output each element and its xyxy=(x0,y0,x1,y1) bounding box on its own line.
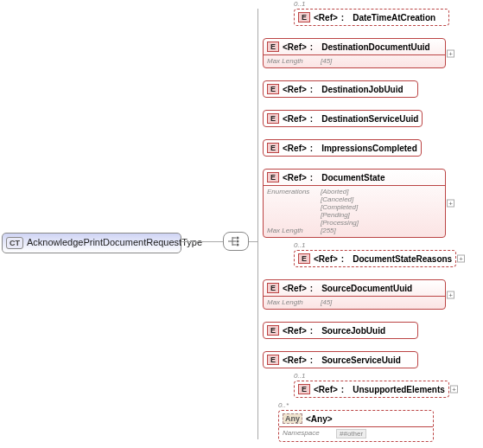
meta-value: [Processing] xyxy=(321,219,359,227)
occurrence-label xyxy=(263,72,456,80)
expand-icon[interactable]: + xyxy=(457,255,465,263)
schema-element: 0..*Any<Any>Namespace##other xyxy=(263,401,456,442)
connector-vertical xyxy=(257,9,258,439)
colon: : xyxy=(310,326,313,336)
element-box: E<Ref>:DocumentStateEnumerations[Aborted… xyxy=(263,169,446,238)
meta-row: [Processing] xyxy=(267,219,442,227)
meta-row: Namespace##other xyxy=(283,429,429,438)
element-name: UnsupportedElements xyxy=(353,385,445,394)
element-header: E<Ref>:DocumentStateReasons xyxy=(298,253,452,264)
occurrence-label xyxy=(263,101,456,110)
svg-point-4 xyxy=(237,244,239,246)
occurrence-label xyxy=(263,313,456,322)
expand-icon[interactable]: + xyxy=(450,386,458,394)
meta-label xyxy=(267,219,315,227)
expand-icon[interactable]: + xyxy=(447,49,454,57)
meta-value: [45] xyxy=(321,298,332,306)
meta-label: Max Length xyxy=(267,298,315,306)
schema-element: E<Ref>:SourceJobUuid xyxy=(263,313,456,339)
meta-label: Max Length xyxy=(267,57,315,65)
ref-tag: <Ref> xyxy=(314,13,338,22)
schema-element: E<Ref>:DocumentStateEnumerations[Aborted… xyxy=(263,160,456,238)
meta-row: Enumerations[Aborted] xyxy=(267,188,442,195)
expand-icon[interactable]: + xyxy=(447,291,454,298)
meta-label: Namespace xyxy=(283,429,331,438)
element-name: SourceJobUuid xyxy=(321,326,385,336)
ref-tag: <Ref> xyxy=(283,85,307,94)
ref-tag: <Ref> xyxy=(283,284,307,293)
element-box: E<Ref>:DateTimeAtCreation xyxy=(294,9,449,26)
meta-value: [Pending] xyxy=(321,211,350,219)
meta-label: Enumerations xyxy=(267,188,315,195)
ref-tag: <Ref> xyxy=(314,385,338,394)
ref-tag: <Ref> xyxy=(283,355,307,365)
element-box: E<Ref>:DestinationDocumentUuidMax Length… xyxy=(263,38,446,68)
element-name: SourceServiceUuid xyxy=(321,355,401,365)
ref-tag: <Any> xyxy=(306,414,333,424)
meta-value: [Aborted] xyxy=(321,188,348,195)
schema-element: E<Ref>:DestinationDocumentUuidMax Length… xyxy=(263,29,456,68)
meta-label: Max Length xyxy=(267,227,315,234)
divider xyxy=(279,426,433,427)
element-box: E<Ref>:SourceJobUuid xyxy=(263,322,418,339)
element-box: E<Ref>:DestinationServiceUuid xyxy=(263,110,423,127)
element-header: E<Ref>:DestinationDocumentUuid xyxy=(267,42,442,52)
element-header: E<Ref>:ImpressionsCompleted xyxy=(267,143,417,153)
element-header: Any<Any> xyxy=(283,413,429,424)
connector-line xyxy=(181,241,223,242)
element-badge: E xyxy=(267,113,279,124)
svg-point-2 xyxy=(237,237,239,240)
element-box: E<Ref>:SourceDocumentUuidMax Length[45]+ xyxy=(263,279,446,310)
colon: : xyxy=(341,13,344,22)
occurrence-label: 0..* xyxy=(278,401,456,410)
meta-value: [255] xyxy=(321,227,336,234)
ct-badge: CT xyxy=(6,237,23,249)
occurrence-label xyxy=(263,131,456,139)
complex-type-name: AcknowledgePrintDocumentRequestType xyxy=(27,237,202,247)
meta-label xyxy=(267,195,315,203)
connector-line xyxy=(249,241,257,242)
meta-row: Max Length[45] xyxy=(267,57,442,65)
occurrence-label: 0..1 xyxy=(294,0,456,9)
schema-element: E<Ref>:ImpressionsCompleted xyxy=(263,131,456,157)
element-badge: E xyxy=(267,172,279,182)
element-name: DateTimeAtCreation xyxy=(353,13,435,22)
any-badge: Any xyxy=(283,413,302,424)
element-name: ImpressionsCompleted xyxy=(321,144,417,153)
divider xyxy=(264,185,445,186)
schema-element: E<Ref>:SourceServiceUuid xyxy=(263,342,456,368)
schema-element: 0..1E<Ref>:UnsupportedElements+ xyxy=(263,372,456,398)
divider xyxy=(264,296,445,297)
schema-element: 0..1E<Ref>:DateTimeAtCreation xyxy=(263,0,456,26)
element-badge: E xyxy=(267,283,279,293)
element-header: E<Ref>:DestinationServiceUuid xyxy=(267,113,418,124)
element-badge: E xyxy=(298,253,310,264)
ref-tag: <Ref> xyxy=(283,173,307,182)
element-badge: E xyxy=(267,84,279,94)
element-name: DestinationServiceUuid xyxy=(321,114,418,124)
element-box: E<Ref>:UnsupportedElements+ xyxy=(294,381,449,398)
element-box: Any<Any>Namespace##other xyxy=(278,410,434,442)
element-badge: E xyxy=(298,12,310,22)
expand-icon[interactable]: + xyxy=(447,200,454,208)
occurrence-label: 0..1 xyxy=(294,241,456,250)
meta-row: Max Length[45] xyxy=(267,298,442,306)
meta-row: [Pending] xyxy=(267,211,442,219)
colon: : xyxy=(341,385,344,394)
complex-type-root: CT AcknowledgePrintDocumentRequestType xyxy=(2,233,181,253)
element-badge: E xyxy=(267,325,279,336)
colon: : xyxy=(341,254,344,264)
meta-row: Max Length[255] xyxy=(267,227,442,234)
schema-element: E<Ref>:DestinationServiceUuid xyxy=(263,101,456,127)
element-name: DestinationDocumentUuid xyxy=(321,42,430,52)
colon: : xyxy=(310,284,313,293)
meta-value: ##other xyxy=(336,429,366,438)
colon: : xyxy=(310,114,313,124)
occurrence-label xyxy=(263,29,456,38)
element-badge: E xyxy=(267,355,279,365)
schema-element: E<Ref>:SourceDocumentUuidMax Length[45]+ xyxy=(263,271,456,310)
sequence-compositor-icon xyxy=(223,232,249,251)
ref-tag: <Ref> xyxy=(283,42,307,52)
element-box: E<Ref>:ImpressionsCompleted xyxy=(263,139,422,157)
element-name: DestinationJobUuid xyxy=(321,85,403,94)
